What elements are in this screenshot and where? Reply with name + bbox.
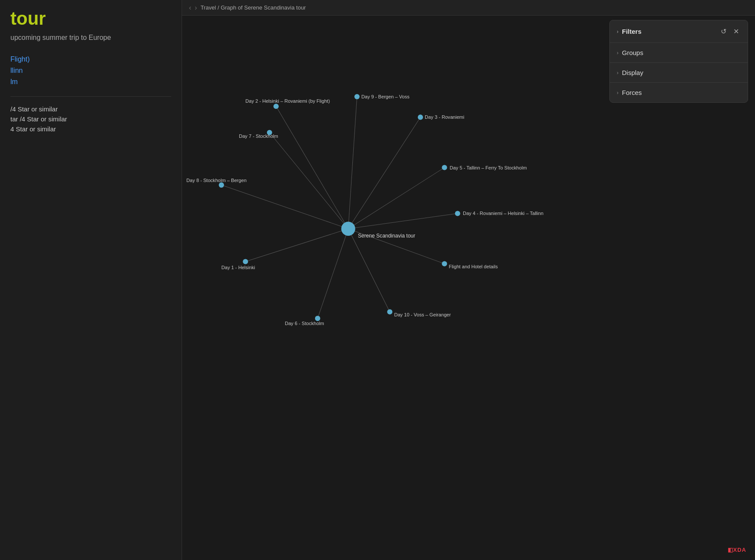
filters-title-label: Filters	[622, 28, 641, 35]
label-day6: Day 6 - Stockholm	[285, 321, 324, 326]
groups-chevron-icon: ›	[617, 50, 618, 56]
node-day3[interactable]	[418, 114, 423, 120]
edge-day5	[348, 167, 444, 228]
label-day10: Day 10 - Voss – Geiranger	[394, 312, 451, 317]
center-label: Serene Scandinavia tour	[358, 233, 415, 239]
reset-button[interactable]: ↺	[719, 26, 728, 36]
node-day1[interactable]	[243, 259, 248, 264]
sidebar-link-tallinn[interactable]: llinn	[10, 67, 171, 75]
label-day8: Day 8 - Stockholm – Bergen	[186, 178, 247, 183]
forces-label: Forces	[622, 89, 642, 96]
filters-panel-header: › Filters ↺ ✕	[610, 20, 748, 43]
edge-day8	[221, 185, 348, 229]
display-chevron-icon: ›	[617, 70, 618, 76]
edge-day10	[348, 229, 390, 312]
sidebar-hotel-1: /4 Star or similar	[10, 105, 171, 113]
label-day7: Day 7 - Stockholm	[239, 133, 278, 139]
sidebar-divider-1	[10, 96, 171, 97]
sidebar-title: tour	[10, 9, 171, 29]
breadcrumb-bar: ‹ › Travel / Graph of Serene Scandinavia…	[182, 0, 755, 16]
edge-day7	[270, 133, 348, 229]
node-day9[interactable]	[355, 94, 360, 99]
node-day8[interactable]	[219, 182, 224, 188]
edge-day9	[348, 97, 357, 229]
label-flight: Flight and Hotel details	[449, 264, 498, 269]
sidebar-subtitle: upcoming summer trip to Europe	[10, 34, 171, 42]
label-day3: Day 3 - Rovaniemi	[425, 114, 464, 120]
center-node[interactable]	[341, 222, 355, 236]
forward-arrow-icon[interactable]: ›	[195, 4, 197, 12]
groups-label: Groups	[622, 49, 643, 56]
edge-day6	[318, 229, 348, 319]
xda-logo-text: ◧XDA	[728, 547, 746, 553]
filters-section-groups[interactable]: › Groups	[610, 43, 748, 63]
breadcrumb: Travel / Graph of Serene Scandinavia tou…	[201, 4, 306, 11]
sidebar-hotels: /4 Star or similar tar /4 Star or simila…	[10, 105, 171, 133]
edge-day2	[276, 106, 348, 229]
edge-day4	[348, 213, 457, 228]
display-label: Display	[622, 69, 643, 76]
filters-panel-title: › Filters	[617, 28, 641, 35]
filters-panel-actions: ↺ ✕	[719, 26, 741, 36]
sidebar: tour upcoming summer trip to Europe Flig…	[0, 0, 182, 560]
xda-logo: ◧XDA	[728, 547, 746, 553]
node-flight[interactable]	[442, 261, 447, 266]
label-day5: Day 5 - Tallinn – Ferry To Stockholm	[450, 165, 527, 170]
sidebar-links: Flight) llinn lm	[10, 55, 171, 86]
label-day9: Day 9 - Bergen – Voss	[361, 94, 410, 99]
sidebar-link-flight[interactable]: Flight)	[10, 55, 171, 63]
node-day5[interactable]	[442, 165, 447, 170]
sidebar-hotel-3: 4 Star or similar	[10, 125, 171, 133]
filters-section-display[interactable]: › Display	[610, 63, 748, 83]
label-day1: Day 1 - Helsinki	[221, 265, 255, 270]
node-day4[interactable]	[455, 211, 460, 216]
filters-panel: › Filters ↺ ✕ › Groups › Display › Force…	[609, 20, 748, 103]
node-day2[interactable]	[273, 104, 279, 109]
sidebar-hotel-2: tar /4 Star or similar	[10, 115, 171, 123]
edge-day1	[245, 229, 348, 262]
node-day10[interactable]	[387, 309, 392, 314]
filters-chevron-icon: ›	[617, 29, 618, 35]
label-day2: Day 2 - Helsinki – Rovaniemi (by Flight)	[245, 98, 330, 104]
close-button[interactable]: ✕	[732, 26, 741, 36]
main-area: ‹ › Travel / Graph of Serene Scandinavia…	[182, 0, 755, 560]
forces-chevron-icon: ›	[617, 90, 618, 96]
filters-section-forces[interactable]: › Forces	[610, 83, 748, 102]
label-day4: Day 4 - Rovaniemi – Helsinki – Tallinn	[463, 211, 543, 216]
back-arrow-icon[interactable]: ‹	[189, 4, 191, 12]
sidebar-link-stockholm[interactable]: lm	[10, 78, 171, 86]
edge-day3	[348, 117, 420, 228]
